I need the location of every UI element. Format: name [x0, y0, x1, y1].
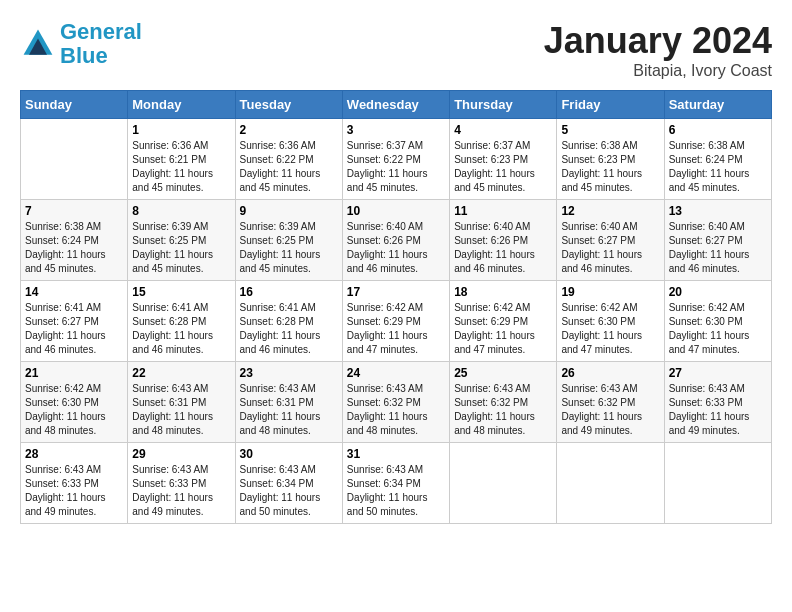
day-info: Sunrise: 6:43 AMSunset: 6:31 PMDaylight:… — [132, 382, 230, 438]
day-number: 23 — [240, 366, 338, 380]
weekday-header-thursday: Thursday — [450, 91, 557, 119]
day-info: Sunrise: 6:38 AMSunset: 6:23 PMDaylight:… — [561, 139, 659, 195]
day-info: Sunrise: 6:43 AMSunset: 6:31 PMDaylight:… — [240, 382, 338, 438]
title-block: January 2024 Bitapia, Ivory Coast — [544, 20, 772, 80]
day-number: 30 — [240, 447, 338, 461]
day-info: Sunrise: 6:40 AMSunset: 6:27 PMDaylight:… — [561, 220, 659, 276]
day-info: Sunrise: 6:37 AMSunset: 6:22 PMDaylight:… — [347, 139, 445, 195]
day-number: 20 — [669, 285, 767, 299]
day-info: Sunrise: 6:41 AMSunset: 6:28 PMDaylight:… — [240, 301, 338, 357]
day-info: Sunrise: 6:43 AMSunset: 6:34 PMDaylight:… — [347, 463, 445, 519]
day-number: 13 — [669, 204, 767, 218]
calendar-cell: 20Sunrise: 6:42 AMSunset: 6:30 PMDayligh… — [664, 281, 771, 362]
calendar-cell: 23Sunrise: 6:43 AMSunset: 6:31 PMDayligh… — [235, 362, 342, 443]
day-number: 24 — [347, 366, 445, 380]
calendar-cell: 17Sunrise: 6:42 AMSunset: 6:29 PMDayligh… — [342, 281, 449, 362]
day-number: 4 — [454, 123, 552, 137]
day-number: 18 — [454, 285, 552, 299]
calendar-cell — [664, 443, 771, 524]
calendar-cell: 30Sunrise: 6:43 AMSunset: 6:34 PMDayligh… — [235, 443, 342, 524]
day-number: 2 — [240, 123, 338, 137]
page-header: General Blue January 2024 Bitapia, Ivory… — [20, 20, 772, 80]
calendar-cell: 11Sunrise: 6:40 AMSunset: 6:26 PMDayligh… — [450, 200, 557, 281]
calendar-cell: 13Sunrise: 6:40 AMSunset: 6:27 PMDayligh… — [664, 200, 771, 281]
day-info: Sunrise: 6:43 AMSunset: 6:32 PMDaylight:… — [454, 382, 552, 438]
calendar-cell: 1Sunrise: 6:36 AMSunset: 6:21 PMDaylight… — [128, 119, 235, 200]
day-info: Sunrise: 6:38 AMSunset: 6:24 PMDaylight:… — [25, 220, 123, 276]
calendar-cell: 19Sunrise: 6:42 AMSunset: 6:30 PMDayligh… — [557, 281, 664, 362]
calendar-cell: 31Sunrise: 6:43 AMSunset: 6:34 PMDayligh… — [342, 443, 449, 524]
calendar-cell: 29Sunrise: 6:43 AMSunset: 6:33 PMDayligh… — [128, 443, 235, 524]
weekday-header-friday: Friday — [557, 91, 664, 119]
day-info: Sunrise: 6:37 AMSunset: 6:23 PMDaylight:… — [454, 139, 552, 195]
calendar-cell: 26Sunrise: 6:43 AMSunset: 6:32 PMDayligh… — [557, 362, 664, 443]
day-info: Sunrise: 6:43 AMSunset: 6:33 PMDaylight:… — [132, 463, 230, 519]
day-info: Sunrise: 6:41 AMSunset: 6:27 PMDaylight:… — [25, 301, 123, 357]
day-info: Sunrise: 6:43 AMSunset: 6:33 PMDaylight:… — [25, 463, 123, 519]
calendar-cell: 14Sunrise: 6:41 AMSunset: 6:27 PMDayligh… — [21, 281, 128, 362]
logo-line1: General — [60, 19, 142, 44]
day-info: Sunrise: 6:36 AMSunset: 6:21 PMDaylight:… — [132, 139, 230, 195]
title-month: January 2024 — [544, 20, 772, 62]
logo-line2: Blue — [60, 43, 108, 68]
calendar-cell: 5Sunrise: 6:38 AMSunset: 6:23 PMDaylight… — [557, 119, 664, 200]
day-number: 1 — [132, 123, 230, 137]
calendar-cell: 8Sunrise: 6:39 AMSunset: 6:25 PMDaylight… — [128, 200, 235, 281]
calendar-cell: 15Sunrise: 6:41 AMSunset: 6:28 PMDayligh… — [128, 281, 235, 362]
calendar-cell: 4Sunrise: 6:37 AMSunset: 6:23 PMDaylight… — [450, 119, 557, 200]
calendar-cell: 24Sunrise: 6:43 AMSunset: 6:32 PMDayligh… — [342, 362, 449, 443]
day-info: Sunrise: 6:42 AMSunset: 6:29 PMDaylight:… — [347, 301, 445, 357]
day-number: 17 — [347, 285, 445, 299]
calendar-cell: 25Sunrise: 6:43 AMSunset: 6:32 PMDayligh… — [450, 362, 557, 443]
day-number: 7 — [25, 204, 123, 218]
calendar-cell: 16Sunrise: 6:41 AMSunset: 6:28 PMDayligh… — [235, 281, 342, 362]
day-info: Sunrise: 6:39 AMSunset: 6:25 PMDaylight:… — [132, 220, 230, 276]
calendar-cell: 3Sunrise: 6:37 AMSunset: 6:22 PMDaylight… — [342, 119, 449, 200]
calendar-cell — [557, 443, 664, 524]
day-number: 19 — [561, 285, 659, 299]
day-number: 31 — [347, 447, 445, 461]
day-number: 21 — [25, 366, 123, 380]
day-number: 6 — [669, 123, 767, 137]
calendar-cell: 21Sunrise: 6:42 AMSunset: 6:30 PMDayligh… — [21, 362, 128, 443]
calendar-cell: 2Sunrise: 6:36 AMSunset: 6:22 PMDaylight… — [235, 119, 342, 200]
logo-icon — [20, 26, 56, 62]
day-info: Sunrise: 6:39 AMSunset: 6:25 PMDaylight:… — [240, 220, 338, 276]
calendar-cell: 18Sunrise: 6:42 AMSunset: 6:29 PMDayligh… — [450, 281, 557, 362]
calendar-week-2: 14Sunrise: 6:41 AMSunset: 6:27 PMDayligh… — [21, 281, 772, 362]
day-number: 8 — [132, 204, 230, 218]
calendar-cell: 12Sunrise: 6:40 AMSunset: 6:27 PMDayligh… — [557, 200, 664, 281]
day-number: 12 — [561, 204, 659, 218]
logo-text: General Blue — [60, 20, 142, 68]
day-number: 11 — [454, 204, 552, 218]
day-number: 22 — [132, 366, 230, 380]
day-number: 29 — [132, 447, 230, 461]
day-info: Sunrise: 6:40 AMSunset: 6:26 PMDaylight:… — [347, 220, 445, 276]
day-number: 5 — [561, 123, 659, 137]
calendar-cell — [450, 443, 557, 524]
day-info: Sunrise: 6:42 AMSunset: 6:29 PMDaylight:… — [454, 301, 552, 357]
day-number: 14 — [25, 285, 123, 299]
day-number: 28 — [25, 447, 123, 461]
calendar-header: SundayMondayTuesdayWednesdayThursdayFrid… — [21, 91, 772, 119]
day-info: Sunrise: 6:38 AMSunset: 6:24 PMDaylight:… — [669, 139, 767, 195]
calendar-cell: 7Sunrise: 6:38 AMSunset: 6:24 PMDaylight… — [21, 200, 128, 281]
calendar-table: SundayMondayTuesdayWednesdayThursdayFrid… — [20, 90, 772, 524]
calendar-cell — [21, 119, 128, 200]
calendar-cell: 9Sunrise: 6:39 AMSunset: 6:25 PMDaylight… — [235, 200, 342, 281]
day-info: Sunrise: 6:40 AMSunset: 6:26 PMDaylight:… — [454, 220, 552, 276]
weekday-header-sunday: Sunday — [21, 91, 128, 119]
weekday-header-wednesday: Wednesday — [342, 91, 449, 119]
calendar-cell: 22Sunrise: 6:43 AMSunset: 6:31 PMDayligh… — [128, 362, 235, 443]
calendar-cell: 27Sunrise: 6:43 AMSunset: 6:33 PMDayligh… — [664, 362, 771, 443]
weekday-row: SundayMondayTuesdayWednesdayThursdayFrid… — [21, 91, 772, 119]
day-info: Sunrise: 6:41 AMSunset: 6:28 PMDaylight:… — [132, 301, 230, 357]
day-number: 16 — [240, 285, 338, 299]
weekday-header-monday: Monday — [128, 91, 235, 119]
day-info: Sunrise: 6:43 AMSunset: 6:32 PMDaylight:… — [347, 382, 445, 438]
calendar-body: 1Sunrise: 6:36 AMSunset: 6:21 PMDaylight… — [21, 119, 772, 524]
calendar-cell: 6Sunrise: 6:38 AMSunset: 6:24 PMDaylight… — [664, 119, 771, 200]
calendar-week-1: 7Sunrise: 6:38 AMSunset: 6:24 PMDaylight… — [21, 200, 772, 281]
day-number: 3 — [347, 123, 445, 137]
weekday-header-saturday: Saturday — [664, 91, 771, 119]
